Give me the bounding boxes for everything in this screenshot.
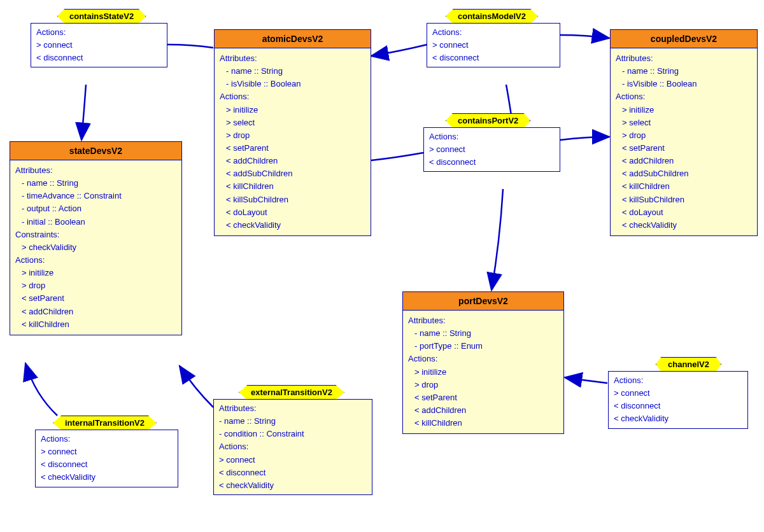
action-item: > drop — [15, 279, 176, 292]
action-item: < checkValidity — [219, 479, 367, 492]
action-item: < checkValidity — [616, 219, 752, 232]
internal-transition-title: internalTransitionV2 — [53, 416, 157, 430]
internal-transition-hex: internalTransitionV2 — [53, 416, 157, 430]
action-item: < setParent — [15, 292, 176, 305]
section-label: Actions: — [219, 440, 367, 453]
section-label: Actions: — [15, 254, 176, 267]
channel-box: Actions: > connect < disconnect < checkV… — [608, 371, 748, 429]
action-item: < checkValidity — [41, 471, 173, 484]
section-label: Actions: — [614, 374, 742, 387]
section-label: Actions: — [41, 433, 173, 445]
diagram-canvas: containsStateV2 Actions: > connect < dis… — [0, 0, 764, 532]
action-item: > connect — [41, 445, 173, 458]
attr-item: - name :: String — [408, 327, 558, 340]
contains-model-hex: containsModelV2 — [446, 9, 538, 24]
section-label: Actions: — [429, 130, 555, 143]
action-item: < killChildren — [408, 417, 558, 430]
action-item: < killSubChildren — [220, 193, 365, 206]
action-item: < disconnect — [432, 52, 555, 64]
section-label: Actions: — [36, 26, 162, 39]
state-devs-box: stateDevsV2 Attributes: - name :: String… — [10, 141, 182, 335]
attr-item: - condition :: Constraint — [219, 428, 367, 440]
action-item: > connect — [219, 454, 367, 466]
action-item: < killChildren — [15, 318, 176, 331]
constraint-item: > checkValidity — [15, 241, 176, 254]
contains-state-box: Actions: > connect < disconnect — [31, 23, 167, 67]
action-item: > connect — [614, 387, 742, 400]
attr-item: - name :: String — [219, 415, 367, 428]
state-devs-title: stateDevsV2 — [10, 142, 181, 160]
action-item: < setParent — [616, 142, 752, 155]
action-item: < disconnect — [219, 466, 367, 479]
action-item: < killChildren — [220, 180, 365, 193]
action-item: < checkValidity — [220, 219, 365, 232]
action-item: < addSubChildren — [616, 167, 752, 180]
atomic-devs-title: atomicDevsV2 — [215, 30, 371, 48]
action-item: < doLayout — [220, 206, 365, 219]
atomic-devs-box: atomicDevsV2 Attributes: - name :: Strin… — [214, 29, 371, 236]
contains-state-hex: containsStateV2 — [57, 9, 146, 24]
internal-transition-box: Actions: > connect < disconnect < checkV… — [35, 430, 178, 487]
action-item: < disconnect — [614, 400, 742, 412]
contains-model-box: Actions: > connect < disconnect — [427, 23, 560, 67]
section-label: Constraints: — [15, 228, 176, 241]
section-label: Actions: — [408, 353, 558, 365]
coupled-devs-title: coupledDevsV2 — [611, 30, 757, 48]
attr-item: - output :: Action — [15, 202, 176, 215]
contains-port-box: Actions: > connect < disconnect — [423, 127, 560, 172]
contains-state-title: containsStateV2 — [57, 9, 146, 24]
action-item: < setParent — [408, 391, 558, 404]
action-item: > connect — [429, 143, 555, 156]
action-item: > drop — [408, 379, 558, 391]
action-item: < killSubChildren — [616, 193, 752, 206]
action-item: > drop — [616, 129, 752, 142]
action-item: > drop — [220, 129, 365, 142]
attr-item: - portType :: Enum — [408, 340, 558, 353]
action-item: < disconnect — [36, 52, 162, 64]
external-transition-box: Attributes: - name :: String - condition… — [213, 399, 372, 495]
section-label: Attributes: — [220, 52, 365, 65]
section-label: Actions: — [616, 90, 752, 103]
external-transition-title: externalTransitionV2 — [239, 385, 344, 400]
section-label: Actions: — [432, 26, 555, 39]
port-devs-title: portDevsV2 — [403, 292, 563, 311]
channel-hex: channelV2 — [656, 357, 721, 372]
action-item: < killChildren — [616, 180, 752, 193]
port-devs-box: portDevsV2 Attributes: - name :: String … — [402, 291, 564, 434]
channel-title: channelV2 — [656, 357, 721, 372]
action-item: > select — [220, 116, 365, 129]
attr-item: - timeAdvance :: Constraint — [15, 190, 176, 202]
attr-item: - name :: String — [616, 65, 752, 78]
section-label: Attributes: — [15, 164, 176, 177]
coupled-devs-box: coupledDevsV2 Attributes: - name :: Stri… — [610, 29, 758, 236]
contains-port-hex: containsPortV2 — [446, 113, 530, 128]
contains-port-title: containsPortV2 — [446, 113, 530, 128]
section-label: Actions: — [220, 90, 365, 103]
external-transition-hex: externalTransitionV2 — [239, 385, 344, 400]
attr-item: - isVisible :: Boolean — [616, 78, 752, 90]
action-item: < disconnect — [41, 458, 173, 471]
action-item: > initilize — [15, 267, 176, 279]
action-item: > initilize — [408, 366, 558, 379]
attr-item: - name :: String — [220, 65, 365, 78]
action-item: < setParent — [220, 142, 365, 155]
action-item: < addSubChildren — [220, 167, 365, 180]
action-item: < checkValidity — [614, 412, 742, 425]
action-item: > initilize — [616, 104, 752, 116]
action-item: < addChildren — [408, 404, 558, 417]
action-item: < doLayout — [616, 206, 752, 219]
action-item: > select — [616, 116, 752, 129]
section-label: Attributes: — [616, 52, 752, 65]
action-item: < disconnect — [429, 156, 555, 169]
action-item: < addChildren — [220, 155, 365, 167]
attr-item: - name :: String — [15, 177, 176, 190]
action-item: < addChildren — [15, 305, 176, 318]
attr-item: - isVisible :: Boolean — [220, 78, 365, 90]
contains-model-title: containsModelV2 — [446, 9, 538, 24]
action-item: > initilize — [220, 104, 365, 116]
action-item: > connect — [36, 39, 162, 52]
action-item: > connect — [432, 39, 555, 52]
section-label: Attributes: — [219, 402, 367, 415]
section-label: Attributes: — [408, 314, 558, 327]
attr-item: - initial :: Boolean — [15, 216, 176, 228]
